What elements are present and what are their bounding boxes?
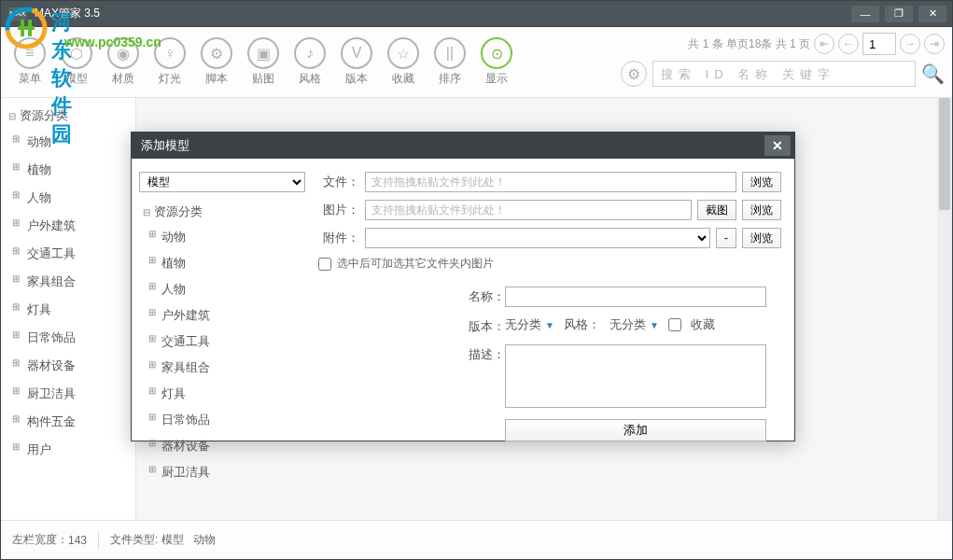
sidebar-item-furniture[interactable]: 家具组合 — [1, 268, 135, 296]
pager-first[interactable]: ⇤ — [814, 34, 834, 54]
toolbar: ≡菜单 ⬡模型 ◉材质 ♀灯光 ⚙脚本 ▣贴图 ♪风格 V版本 ☆收藏 ||排序… — [1, 27, 952, 98]
name-input[interactable] — [505, 287, 766, 307]
dialog-titlebar: 添加模型 ✕ — [132, 133, 794, 159]
sidebar-item-plant[interactable]: 植物 — [1, 156, 135, 184]
include-folder-label: 选中后可加选其它文件夹内图片 — [337, 256, 494, 272]
desc-textarea[interactable] — [505, 344, 766, 408]
toolbar-model[interactable]: ⬡模型 — [53, 37, 100, 87]
style-label: 风格： — [564, 316, 600, 333]
pager: 共 1 条 单页18条 共 1 页 ⇤ ← → ⇥ — [688, 33, 945, 55]
sidebar-item-daily[interactable]: 日常饰品 — [1, 324, 135, 352]
sidebar-item-people[interactable]: 人物 — [1, 184, 135, 212]
app-logo: MAX — [8, 7, 27, 21]
favorite-checkbox[interactable] — [668, 318, 681, 331]
dialog-tree-item[interactable]: 动物 — [139, 224, 297, 250]
file-input[interactable] — [365, 172, 736, 192]
name-label: 名称： — [464, 287, 505, 305]
search-input[interactable] — [652, 61, 916, 87]
toolbar-menu[interactable]: ≡菜单 — [7, 37, 53, 87]
toolbar-light[interactable]: ♀灯光 — [147, 37, 193, 87]
pager-info: 共 1 条 单页18条 共 1 页 — [688, 36, 810, 52]
sidebar-item-hardware[interactable]: 构件五金 — [1, 408, 135, 436]
sidebar-item-user[interactable]: 用户 — [1, 436, 135, 464]
attach-label: 附件： — [318, 230, 359, 246]
add-model-dialog: 添加模型 ✕ 模型 资源分类 动物 植物 人物 户外建筑 交通工具 家具组合 灯… — [131, 132, 795, 441]
pager-next[interactable]: → — [900, 34, 920, 54]
pager-last[interactable]: ⇥ — [924, 34, 945, 54]
favorite-icon: ☆ — [387, 37, 419, 69]
search-icon[interactable]: 🔍 — [921, 63, 945, 85]
dialog-close-button[interactable]: ✕ — [764, 135, 791, 156]
display-icon: ⊙ — [481, 37, 512, 69]
chevron-down-icon: ▼ — [545, 320, 554, 330]
attach-minus-button[interactable]: - — [716, 228, 736, 248]
version-label: 版本： — [464, 316, 505, 335]
material-icon: ◉ — [107, 37, 139, 69]
status-file-type-value: 模型 — [161, 532, 184, 548]
toolbar-favorite[interactable]: ☆收藏 — [380, 37, 427, 87]
image-label: 图片： — [318, 202, 359, 218]
attach-select[interactable] — [365, 228, 710, 248]
image-browse-button[interactable]: 浏览 — [742, 200, 781, 220]
add-button[interactable]: 添加 — [505, 419, 766, 441]
dialog-tree-item[interactable]: 植物 — [139, 250, 297, 276]
image-input[interactable] — [365, 200, 692, 220]
scrollbar[interactable] — [937, 98, 952, 520]
status-file-type-label: 文件类型: — [110, 532, 158, 548]
scrollbar-thumb[interactable] — [939, 98, 950, 210]
sort-icon: || — [434, 37, 466, 69]
minimize-button[interactable]: — — [851, 6, 879, 22]
status-left-width-value: 143 — [68, 534, 87, 547]
dialog-tree: 资源分类 动物 植物 人物 户外建筑 交通工具 家具组合 灯具 日常饰品 器材设… — [139, 200, 297, 485]
menu-icon: ≡ — [14, 37, 46, 69]
dialog-tree-item[interactable]: 家具组合 — [139, 355, 297, 381]
toolbar-texture[interactable]: ▣贴图 — [240, 37, 287, 87]
close-button[interactable]: ✕ — [918, 6, 946, 22]
status-category: 动物 — [193, 532, 216, 548]
screenshot-button[interactable]: 截图 — [697, 200, 736, 220]
search-settings-icon[interactable]: ⚙ — [621, 61, 647, 87]
toolbar-material[interactable]: ◉材质 — [100, 37, 147, 87]
dialog-tree-item[interactable]: 交通工具 — [139, 329, 297, 355]
pager-prev[interactable]: ← — [838, 34, 859, 54]
favorite-label: 收藏 — [691, 316, 715, 333]
sidebar-item-vehicle[interactable]: 交通工具 — [1, 240, 135, 268]
dialog-tree-root[interactable]: 资源分类 — [139, 200, 297, 224]
sidebar-root[interactable]: 资源分类 — [1, 104, 135, 128]
dialog-tree-item[interactable]: 厨卫洁具 — [139, 459, 297, 485]
dialog-tree-item[interactable]: 灯具 — [139, 381, 297, 407]
window-title: MAX管家 3.5 — [35, 6, 100, 21]
chevron-down-icon: ▼ — [650, 320, 659, 330]
dialog-tree-item[interactable]: 人物 — [139, 276, 297, 302]
toolbar-display[interactable]: ⊙显示 — [473, 37, 520, 87]
sidebar-item-kitchen[interactable]: 厨卫洁具 — [1, 380, 135, 408]
file-browse-button[interactable]: 浏览 — [742, 172, 781, 192]
file-label: 文件： — [318, 174, 359, 190]
desc-label: 描述： — [464, 344, 505, 363]
toolbar-sort[interactable]: ||排序 — [427, 37, 473, 87]
sidebar-item-animal[interactable]: 动物 — [1, 128, 135, 156]
sidebar-item-equipment[interactable]: 器材设备 — [1, 352, 135, 380]
version-icon: V — [341, 37, 372, 69]
version-dropdown[interactable]: 无分类 ▼ — [505, 316, 554, 333]
toolbar-style[interactable]: ♪风格 — [287, 37, 333, 87]
toolbar-script[interactable]: ⚙脚本 — [193, 37, 240, 87]
style-dropdown[interactable]: 无分类 ▼ — [610, 316, 659, 333]
light-icon: ♀ — [154, 37, 186, 69]
maximize-button[interactable]: ❐ — [885, 6, 913, 22]
dialog-tree-item[interactable]: 日常饰品 — [139, 407, 297, 433]
dialog-title: 添加模型 — [141, 137, 189, 154]
pager-input[interactable] — [862, 33, 896, 55]
include-folder-checkbox[interactable] — [318, 258, 331, 271]
script-icon: ⚙ — [201, 37, 232, 69]
dialog-tree-item[interactable]: 器材设备 — [139, 433, 297, 459]
toolbar-version[interactable]: V版本 — [333, 37, 380, 87]
sidebar-item-lamp[interactable]: 灯具 — [1, 296, 135, 324]
status-left-width-label: 左栏宽度： — [12, 532, 68, 548]
type-select[interactable]: 模型 — [139, 172, 305, 192]
dialog-tree-item[interactable]: 户外建筑 — [139, 302, 297, 329]
sidebar-item-outdoor[interactable]: 户外建筑 — [1, 212, 135, 240]
texture-icon: ▣ — [247, 37, 279, 69]
statusbar: 左栏宽度： 143 文件类型: 模型 动物 — [1, 520, 952, 559]
attach-browse-button[interactable]: 浏览 — [742, 228, 781, 248]
